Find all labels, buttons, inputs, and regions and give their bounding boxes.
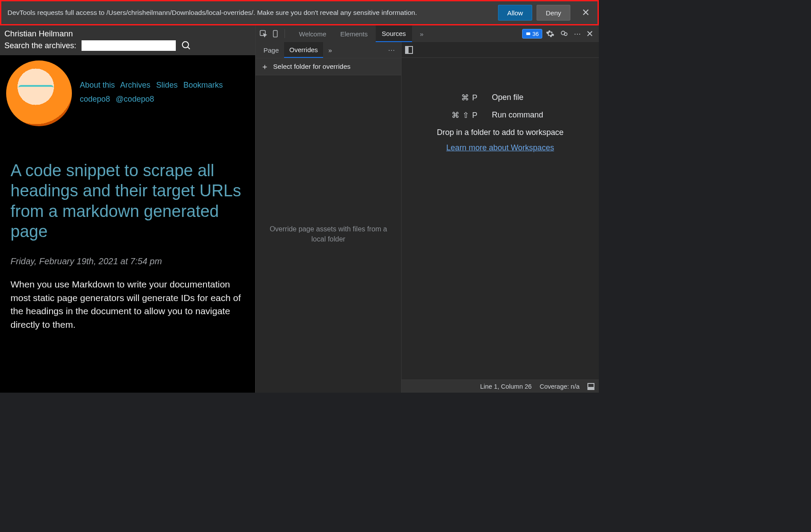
- plus-icon: ＋: [261, 61, 269, 72]
- editor-status-bar: Line 1, Column 26 Coverage: n/a: [402, 379, 599, 393]
- feedback-icon[interactable]: [558, 28, 570, 40]
- navigator-tab-page[interactable]: Page: [258, 42, 284, 58]
- nav-slides[interactable]: Slides: [156, 81, 178, 89]
- toggle-navigator-icon[interactable]: [405, 46, 413, 54]
- search-input[interactable]: [82, 40, 176, 51]
- article-date: Friday, February 19th, 2021 at 7:54 pm: [11, 256, 245, 266]
- close-devtools-icon[interactable]: ✕: [584, 27, 595, 41]
- settings-gear-icon[interactable]: [544, 28, 556, 40]
- run-command-shortcut: ⌘ ⇧ P: [434, 110, 478, 120]
- coverage-status: Coverage: n/a: [540, 383, 580, 390]
- author-avatar: [6, 60, 72, 126]
- devtools-tabstrip: Welcome Elements Sources » 36 ⋯ ✕: [256, 25, 599, 42]
- select-overrides-folder-button[interactable]: ＋ Select folder for overrides: [256, 58, 401, 75]
- nav-bookmarks[interactable]: Bookmarks: [183, 81, 223, 89]
- nav-archives[interactable]: Archives: [120, 81, 150, 89]
- site-author: Christian Heilmann: [4, 29, 251, 39]
- article-intro: When you use Markdown to write your docu…: [11, 278, 245, 331]
- search-label: Search the archives:: [4, 41, 76, 50]
- nav-at-codepo8[interactable]: @codepo8: [116, 95, 154, 103]
- svg-rect-3: [274, 31, 277, 37]
- issues-badge[interactable]: 36: [522, 29, 542, 39]
- search-icon[interactable]: [181, 40, 192, 51]
- allow-button[interactable]: Allow: [498, 5, 532, 21]
- nav-about[interactable]: About this: [80, 81, 115, 89]
- device-toolbar-icon[interactable]: [271, 29, 279, 38]
- devtools-panel: Welcome Elements Sources » 36 ⋯ ✕ Page: [255, 25, 599, 393]
- permission-message: DevTools requests full access to /Users/…: [7, 8, 494, 18]
- open-file-label: Open file: [492, 93, 566, 103]
- inspect-element-icon[interactable]: [259, 29, 268, 38]
- article-title[interactable]: A code snippet to scrape all headings an…: [11, 160, 245, 241]
- sources-navigator: Page Overrides » ⋯ ＋ Select folder for o…: [256, 42, 402, 393]
- svg-point-0: [182, 42, 189, 48]
- cursor-position: Line 1, Column 26: [480, 383, 532, 390]
- rendered-page: Christian Heilmann Search the archives: …: [0, 25, 255, 393]
- deny-button[interactable]: Deny: [537, 5, 570, 21]
- sources-editor: ⌘ P Open file ⌘ ⇧ P Run command Drop in …: [402, 42, 599, 393]
- close-banner-icon[interactable]: ✕: [580, 7, 591, 18]
- overrides-empty-hint: Override page assets with files from a l…: [256, 75, 401, 393]
- nav-codepo8[interactable]: codepo8: [80, 95, 110, 103]
- navigator-tabs-overflow-icon[interactable]: »: [323, 42, 337, 58]
- tab-sources[interactable]: Sources: [376, 25, 412, 42]
- run-command-label: Run command: [492, 110, 566, 120]
- navigator-tab-overrides[interactable]: Overrides: [284, 42, 323, 58]
- toggle-drawer-icon[interactable]: [587, 383, 594, 390]
- navigator-more-icon[interactable]: ⋯: [384, 46, 398, 54]
- select-folder-label: Select folder for overrides: [273, 63, 351, 71]
- tab-elements[interactable]: Elements: [334, 25, 374, 42]
- tab-welcome[interactable]: Welcome: [293, 25, 332, 42]
- permission-banner: DevTools requests full access to /Users/…: [0, 0, 599, 25]
- svg-rect-4: [526, 32, 530, 35]
- issues-count: 36: [533, 31, 539, 37]
- open-file-shortcut: ⌘ P: [434, 93, 478, 103]
- workspace-drop-hint: Drop in a folder to add to workspace: [402, 128, 599, 137]
- more-menu-icon[interactable]: ⋯: [572, 28, 583, 40]
- svg-line-1: [188, 47, 190, 49]
- site-nav: About this Archives Slides Bookmarks cod…: [80, 60, 226, 126]
- workspaces-learn-more-link[interactable]: Learn more about Workspaces: [446, 143, 554, 153]
- tabs-overflow-icon[interactable]: »: [414, 25, 430, 42]
